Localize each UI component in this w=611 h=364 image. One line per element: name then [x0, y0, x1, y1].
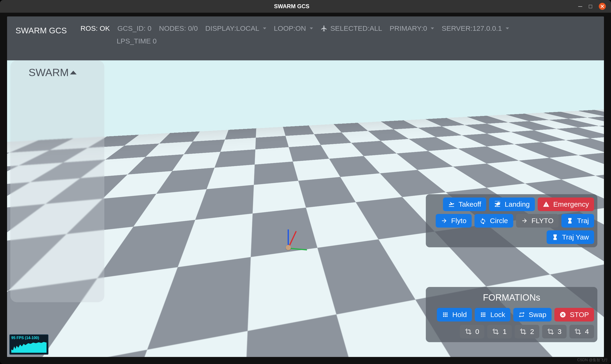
- preset-label: 0: [475, 328, 479, 336]
- chevron-up-icon: [70, 71, 77, 75]
- maximize-button[interactable]: □: [589, 3, 592, 10]
- dropdown-loop[interactable]: LOOP:ON: [270, 22, 317, 35]
- window-title: SWARM GCS: [5, 3, 578, 10]
- status-gcs-id: GCS_ID: 0: [114, 22, 155, 35]
- formation-preset-2[interactable]: 2: [515, 325, 539, 338]
- viewport-3d[interactable]: SWARM Takeoff Landing Emergency: [7, 60, 604, 357]
- status-nodes: NODES: 0/0: [155, 22, 202, 35]
- formation-preset-0[interactable]: 0: [460, 325, 485, 338]
- flyto-caps-label: FLYTO: [531, 217, 554, 225]
- cancel-icon: [559, 312, 566, 318]
- origin-marker: [286, 245, 291, 250]
- refresh-icon: [480, 218, 486, 224]
- swarm-side-panel: SWARM: [10, 60, 104, 302]
- fps-label: 95 FPS (14-100): [11, 336, 47, 340]
- swap-button[interactable]: Swap: [513, 308, 552, 322]
- takeoff-button[interactable]: Takeoff: [443, 197, 486, 211]
- status-selected: SELECTED:ALL: [317, 22, 386, 35]
- hourglass-icon: [567, 218, 573, 224]
- watermark: CSDN @集智飞行: [577, 358, 608, 363]
- chevron-down-icon: [506, 27, 509, 29]
- swap-label: Swap: [529, 311, 546, 319]
- crop-icon: [492, 328, 499, 335]
- preset-label: 3: [558, 328, 562, 336]
- hourglass-icon: [552, 234, 558, 240]
- airplane-icon: [320, 25, 328, 32]
- warning-icon: [543, 201, 549, 208]
- hold-label: Hold: [452, 311, 467, 319]
- close-button[interactable]: [599, 3, 606, 10]
- swarm-panel-header[interactable]: SWARM: [10, 60, 104, 79]
- arrow-right-icon: [521, 218, 528, 224]
- stop-button[interactable]: STOP: [554, 308, 594, 322]
- formation-preset-3[interactable]: 3: [542, 325, 567, 338]
- emergency-label: Emergency: [553, 200, 589, 208]
- grid-icon: [442, 312, 449, 318]
- preset-label: 1: [503, 328, 507, 336]
- app-brand: SWARM GCS: [7, 16, 77, 60]
- stop-label: STOP: [570, 311, 589, 319]
- dropdown-server[interactable]: SERVER:127.0.0.1: [438, 22, 513, 35]
- formation-preset-4[interactable]: 4: [569, 325, 594, 338]
- takeoff-icon: [448, 201, 455, 208]
- chevron-down-icon: [310, 27, 313, 29]
- flyto-button[interactable]: Flyto: [436, 214, 472, 228]
- preset-label: 4: [585, 328, 589, 336]
- arrow-right-icon: [441, 218, 447, 224]
- emergency-button[interactable]: Emergency: [538, 197, 594, 211]
- traj-button[interactable]: Traj: [561, 214, 594, 228]
- formations-title: FORMATIONs: [429, 293, 594, 303]
- crop-icon: [520, 328, 526, 335]
- dropdown-primary[interactable]: PRIMARY:0: [386, 22, 438, 35]
- landing-button[interactable]: Landing: [489, 197, 535, 211]
- circle-button[interactable]: Circle: [475, 214, 513, 228]
- lock-label: Lock: [490, 311, 505, 319]
- status-lps-time: LPS_TIME 0: [77, 35, 160, 47]
- chevron-down-icon: [431, 27, 434, 29]
- lock-button[interactable]: Lock: [475, 308, 510, 322]
- fps-monitor: 95 FPS (14-100): [9, 334, 48, 355]
- crop-icon: [465, 328, 472, 335]
- origin-gizmo: [288, 229, 306, 248]
- grid-icon: [480, 312, 486, 318]
- landing-label: Landing: [505, 200, 530, 208]
- formations-panel: FORMATIONs Hold Lock Swap: [426, 287, 597, 342]
- hold-button[interactable]: Hold: [437, 308, 472, 322]
- traj-label: Traj: [577, 217, 589, 225]
- traj-yaw-label: Traj Yaw: [562, 233, 589, 241]
- preset-label: 2: [530, 328, 534, 336]
- close-icon: [600, 4, 604, 8]
- swap-icon: [518, 312, 525, 318]
- crop-icon: [575, 328, 581, 335]
- flyto-caps-button[interactable]: FLYTO: [516, 214, 559, 228]
- navbar: SWARM GCS ROS: OK GCS_ID: 0 NODES: 0/0 D…: [7, 16, 604, 60]
- status-ros: ROS: OK: [77, 22, 114, 35]
- dropdown-display[interactable]: DISPLAY:LOCAL: [202, 22, 270, 35]
- chevron-down-icon: [263, 27, 266, 29]
- minimize-button[interactable]: ─: [578, 3, 582, 10]
- flyto-label: Flyto: [451, 217, 466, 225]
- traj-yaw-button[interactable]: Traj Yaw: [547, 230, 594, 244]
- landing-icon: [494, 201, 501, 208]
- fps-graph: [11, 340, 47, 353]
- crop-icon: [547, 328, 554, 335]
- circle-label: Circle: [490, 217, 508, 225]
- formation-preset-1[interactable]: 1: [487, 325, 512, 338]
- takeoff-label: Takeoff: [458, 200, 481, 208]
- command-panel: Takeoff Landing Emergency Flyto Circle: [426, 194, 597, 247]
- window-titlebar: SWARM GCS ─ □: [0, 0, 611, 13]
